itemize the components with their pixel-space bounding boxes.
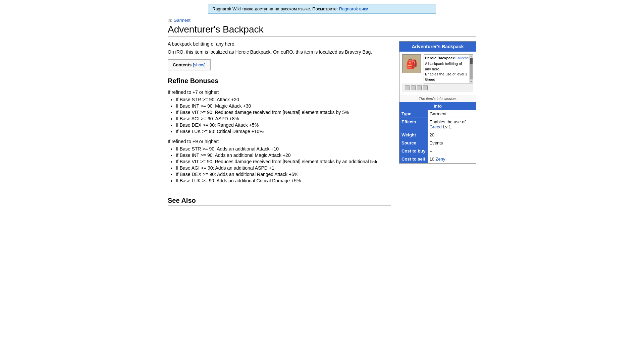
refine-section-2-title: If refined to +9 or higher: bbox=[168, 139, 391, 144]
contents-label: Contents bbox=[173, 62, 192, 67]
zeny-link[interactable]: Zeny bbox=[436, 157, 445, 162]
item-tooltip: Heroic Backpack Collections A backpack b… bbox=[424, 54, 473, 83]
contents-toggle[interactable]: [show] bbox=[193, 62, 206, 67]
list-item: If Base VIT >= 90: Reduces damage receiv… bbox=[176, 110, 391, 115]
left-column: A backpack befitting of any hero. On iRO… bbox=[168, 41, 391, 206]
scroll-up-arrow[interactable]: ▲ bbox=[470, 55, 472, 58]
item-icon-glyph: 🎒 bbox=[406, 58, 418, 69]
table-row: Effects Enables the use of Greed Lv 1. bbox=[399, 118, 476, 131]
item-refine-row bbox=[402, 83, 473, 92]
refine-gem-2 bbox=[411, 85, 416, 90]
info-label: Effects bbox=[399, 118, 428, 131]
info-value: Events bbox=[428, 139, 476, 147]
list-item: If Base AGI >= 90: ASPD +8% bbox=[176, 116, 391, 121]
info-label: Cost to sell bbox=[399, 155, 428, 163]
table-row: Source Events bbox=[399, 139, 476, 147]
refine-list-2: If Base STR >= 90: Adds an additional At… bbox=[176, 146, 391, 183]
list-item: If Base STR >= 90: Attack +20 bbox=[176, 97, 391, 102]
item-preview-area: 🎒 Heroic Backpack Collections A backpack… bbox=[399, 52, 476, 95]
greed-link[interactable]: Greed bbox=[430, 124, 442, 129]
breadcrumb-prefix: in: bbox=[168, 18, 172, 23]
info-value: -- bbox=[428, 147, 476, 155]
list-item: If Base DEX >= 90: Ranged Attack +5% bbox=[176, 122, 391, 128]
language-banner: Ragnarok Wiki также доступна на русском … bbox=[208, 4, 436, 14]
refine-gem-4 bbox=[423, 85, 428, 90]
list-item: If Base STR >= 90: Adds an additional At… bbox=[176, 146, 391, 152]
info-value: 10 Zeny bbox=[428, 155, 476, 163]
scroll-down-arrow[interactable]: ▼ bbox=[470, 80, 472, 83]
table-row: Cost to buy -- bbox=[399, 147, 476, 155]
tooltip-scrollbar[interactable]: ▲ ▼ bbox=[469, 55, 473, 83]
breadcrumb: in: Garment bbox=[168, 18, 476, 23]
list-item: If Base VIT >= 90: Reduces damage receiv… bbox=[176, 159, 391, 164]
scroll-track bbox=[470, 58, 473, 79]
list-item: If Base AGI >= 90: Adds an additional AS… bbox=[176, 165, 391, 171]
refine-gem-3 bbox=[417, 85, 422, 90]
breadcrumb-link[interactable]: Garment bbox=[173, 18, 191, 23]
tooltip-title: Heroic Backpack bbox=[425, 56, 455, 61]
list-item: If Base LUK >= 90: Adds an additional Cr… bbox=[176, 178, 391, 183]
refine-list-1: If Base STR >= 90: Attack +20 If Base IN… bbox=[176, 97, 391, 134]
banner-link[interactable]: Ragnarok вики bbox=[339, 6, 368, 11]
item-caption: The item's info window. bbox=[399, 95, 476, 102]
list-item: If Base INT >= 90: Magic Attack +30 bbox=[176, 103, 391, 109]
info-label: Weight bbox=[399, 131, 428, 139]
table-row: Cost to sell 10 Zeny bbox=[399, 155, 476, 163]
refine-gem-1 bbox=[405, 85, 410, 90]
tooltip-desc: A backpack befitting of any hero. Enable… bbox=[425, 61, 472, 82]
refine-section-1-title: If refined to +7 or higher: bbox=[168, 89, 391, 95]
description-text: A backpack befitting of any hero. bbox=[168, 41, 391, 47]
info-label: Type bbox=[399, 110, 428, 118]
info-label: Source bbox=[399, 139, 428, 147]
list-item: If Base DEX >= 90: Adds an additional Ra… bbox=[176, 172, 391, 177]
list-item: If Base LUK >= 90: Critical Damage +10% bbox=[176, 129, 391, 134]
info-header: Info bbox=[399, 102, 476, 110]
info-table: Type Garment Effects Enables the use of … bbox=[399, 110, 476, 163]
localization-text: On iRO, this item is localized as Heroic… bbox=[168, 49, 391, 55]
see-also-title: See Also bbox=[168, 197, 391, 206]
info-value: Garment bbox=[428, 110, 476, 118]
info-value: Enables the use of Greed Lv 1. bbox=[428, 118, 476, 131]
banner-text: Ragnarok Wiki также доступна на русском … bbox=[212, 6, 339, 11]
item-icon: 🎒 bbox=[402, 54, 421, 73]
table-row: Type Garment bbox=[399, 110, 476, 118]
item-card-header: Adventurer's Backpack bbox=[399, 42, 476, 52]
refine-bonuses-title: Refine Bonuses bbox=[168, 77, 391, 86]
info-label: Cost to buy bbox=[399, 147, 428, 155]
contents-box: Contents [show] bbox=[168, 59, 211, 70]
page-title: Adventurer's Backpack bbox=[168, 24, 476, 37]
info-value: 20 bbox=[428, 131, 476, 139]
scroll-thumb bbox=[470, 58, 473, 64]
table-row: Weight 20 bbox=[399, 131, 476, 139]
item-card: Adventurer's Backpack 🎒 Heroic Backpack … bbox=[399, 41, 476, 164]
list-item: If Base INT >= 90: Adds an additional Ma… bbox=[176, 153, 391, 158]
